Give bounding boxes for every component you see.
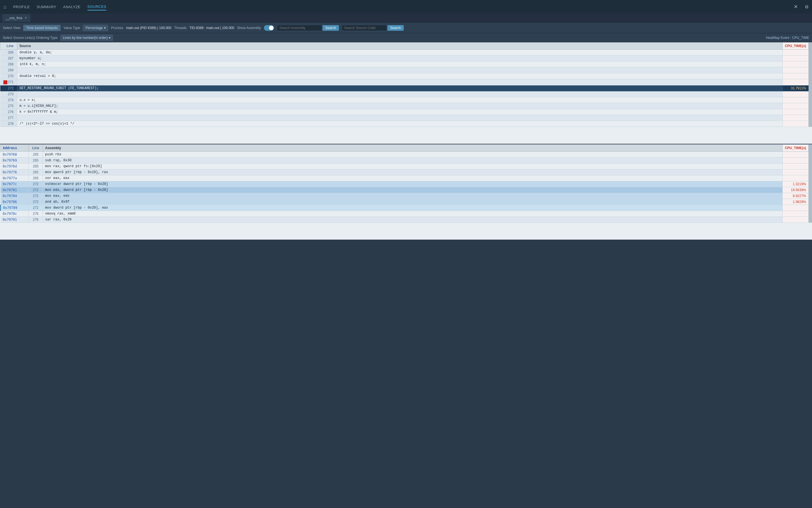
asm-row-cpu	[782, 205, 808, 211]
source-row-code[interactable]: double retval = 0;	[17, 73, 783, 79]
toolbar-row2: Select Source Line(s) Ordering Type Line…	[0, 33, 812, 42]
asm-row-address[interactable]: 0x79784	[1, 193, 29, 199]
nav-profile[interactable]: PROFILE	[13, 4, 30, 10]
source-row-code[interactable]	[17, 79, 783, 85]
asm-row-address[interactable]: 0x79789	[1, 205, 29, 211]
source-row-cpu	[782, 91, 808, 97]
show-assembly-label: Show Assembly	[237, 26, 261, 30]
source-row-code[interactable]: /* |x|<2^-27 => cos(x)=1 */	[17, 121, 783, 127]
asm-col-line: Line	[29, 144, 43, 152]
source-row-code[interactable]: double y, a, da;	[17, 50, 783, 55]
time-based-hotspots-button[interactable]: Time based hotspots	[23, 25, 60, 31]
source-row-cpu	[782, 61, 808, 68]
asm-row-instruction: push rbx	[43, 152, 783, 158]
red-indicator-icon	[3, 80, 7, 84]
source-row-code[interactable]: m = u.i[HIGH_HALF];	[17, 103, 783, 109]
asm-row-instruction: vstmxcsr dword ptr [rbp - 0x28]	[43, 181, 783, 187]
asm-row-line: 265	[29, 152, 43, 158]
value-type-label: Value Type	[63, 26, 80, 30]
process-label: Process	[111, 26, 123, 30]
asm-row-cpu	[782, 152, 808, 158]
source-row-cpu	[782, 121, 808, 127]
asm-row-address[interactable]: 0x79781	[1, 187, 29, 193]
threads-value: TID-8389 : main.out | 100.000	[189, 26, 234, 30]
source-row-cpu	[782, 68, 808, 73]
asm-row-line: 276	[29, 217, 43, 223]
search-source-input[interactable]	[342, 25, 387, 31]
nav-sources[interactable]: SOURCES	[87, 3, 106, 10]
asm-row-line: 265	[29, 169, 43, 175]
asm-row-cpu	[782, 164, 808, 169]
show-assembly-toggle[interactable]	[264, 25, 274, 31]
source-row-line: 272	[0, 85, 17, 91]
source-row-line: 268	[0, 61, 17, 68]
tab-close-icon[interactable]: ✕	[25, 16, 27, 20]
settings-icon[interactable]: ⚙	[805, 4, 809, 10]
source-row-line: 269	[0, 68, 17, 73]
heatmap-label: HeatMap Event : CPU_TIME	[766, 36, 809, 40]
asm-row-cpu: 8.9227%	[782, 193, 808, 199]
asm-row-address[interactable]: 0x7978c	[1, 211, 29, 217]
source-row-code[interactable]: k = 0x7fffffff & m;	[17, 109, 783, 115]
source-row-cpu	[782, 109, 808, 115]
source-row-code[interactable]	[17, 68, 783, 73]
search-assembly-button[interactable]: Search	[323, 25, 339, 31]
source-panel: Line Source CPU_TIME(s) 266double y, a, …	[0, 42, 812, 508]
search-source-button[interactable]: Search	[387, 25, 404, 31]
asm-row-instruction: vmovq rax, xmm0	[43, 211, 783, 217]
search-source-box: Search	[342, 25, 404, 31]
source-table: Line Source CPU_TIME(s) 266double y, a, …	[0, 42, 809, 127]
assembly-panel[interactable]: Address Line Assembly CPU_TIME(s) 0x7976…	[0, 144, 812, 240]
asm-row-line: 276	[29, 211, 43, 217]
asm-row-address[interactable]: 0x79786	[1, 199, 29, 205]
value-type-dropdown[interactable]: Percentage ▾	[83, 25, 108, 31]
asm-row-cpu: 1.9828%	[782, 199, 808, 205]
asm-row-cpu: 1.3219%	[782, 181, 808, 187]
home-icon[interactable]: ⌂	[3, 4, 6, 10]
asm-row-address[interactable]: 0x7977c	[1, 181, 29, 187]
source-row-code[interactable]	[17, 91, 783, 97]
asm-row-line: 272	[29, 193, 43, 199]
tab-bar: __cos_fma ✕	[0, 13, 812, 23]
source-row-code[interactable]	[17, 115, 783, 121]
nav-analyze[interactable]: ANALYZE	[63, 4, 81, 10]
asm-row-line: 272	[29, 181, 43, 187]
asm-row-address[interactable]: 0x79769	[1, 158, 29, 164]
top-nav: ⌂ PROFILE SUMMARY ANALYZE SOURCES ✕ ⚙	[0, 0, 812, 13]
asm-col-address: Address	[1, 144, 29, 152]
asm-row-line: 272	[29, 187, 43, 193]
source-row-cpu	[782, 50, 808, 55]
search-assembly-input[interactable]	[277, 25, 322, 31]
asm-row-instruction: mov edx, dword ptr [rbp - 0x28]	[43, 187, 783, 193]
asm-row-line: 265	[29, 164, 43, 169]
asm-row-line: 272	[29, 199, 43, 205]
source-row-line: 275	[0, 103, 17, 109]
source-row-code[interactable]: mynumber u;	[17, 55, 783, 61]
nav-summary[interactable]: SUMMARY	[37, 4, 56, 10]
process-value: main.out (PID 8389) | 100.000	[126, 26, 171, 30]
asm-row-address[interactable]: 0x79776	[1, 169, 29, 175]
asm-row-address[interactable]: 0x79768	[1, 152, 29, 158]
close-icon[interactable]: ✕	[794, 4, 798, 10]
asm-row-address[interactable]: 0x7977a	[1, 175, 29, 181]
source-row-cpu	[782, 97, 808, 103]
asm-row-cpu	[782, 175, 808, 181]
asm-col-cpu: CPU_TIME(s)	[782, 144, 808, 152]
ordering-label: Select Source Line(s) Ordering Type	[3, 36, 57, 40]
asm-row-cpu	[782, 169, 808, 175]
source-table-wrap[interactable]: Line Source CPU_TIME(s) 266double y, a, …	[0, 42, 812, 144]
tab-cos-fma[interactable]: __cos_fma ✕	[2, 14, 31, 22]
asm-row-address[interactable]: 0x7976d	[1, 164, 29, 169]
ordering-dropdown[interactable]: Lines by line number(in order) ▾	[60, 35, 113, 41]
asm-row-cpu	[782, 217, 808, 223]
asm-row-instruction: sar rax, 0x20	[43, 217, 783, 223]
source-row-line: 276	[0, 109, 17, 115]
source-row-code[interactable]: u.x = x;	[17, 97, 783, 103]
source-row-code[interactable]: SET_RESTORE_ROUND_53BIT (FE_TONEAREST);	[17, 85, 783, 91]
threads-label: Threads	[174, 26, 187, 30]
source-row-line: 273	[0, 91, 17, 97]
source-row-code[interactable]: int4 k, m, n;	[17, 61, 783, 68]
asm-row-cpu	[782, 211, 808, 217]
asm-row-address[interactable]: 0x79791	[1, 217, 29, 223]
source-row-line: 267	[0, 55, 17, 61]
